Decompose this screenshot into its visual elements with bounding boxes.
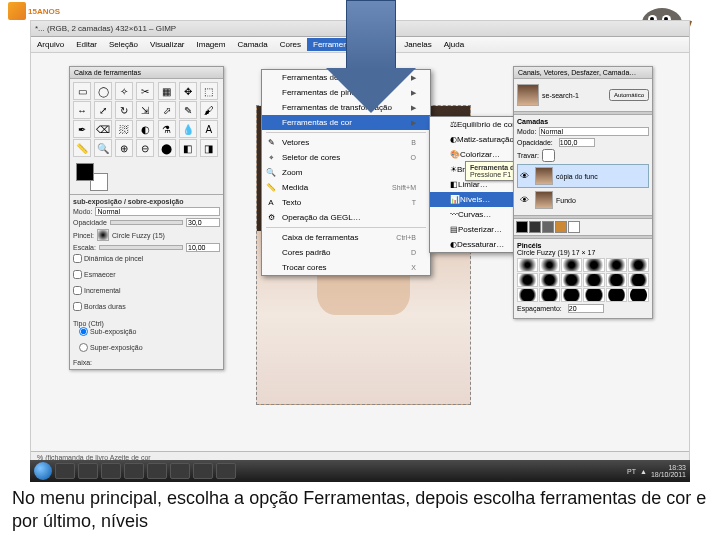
mode-select[interactable] [95,207,220,216]
tool-button[interactable]: ⇲ [136,101,154,119]
option-check[interactable]: Bordas duras [73,302,220,311]
spacing-value[interactable] [568,304,604,313]
menu-item[interactable]: Caixa de ferramentasCtrl+B [262,230,430,245]
color-swatch[interactable] [568,221,580,233]
layer-row[interactable]: 👁cópia do func [517,164,649,188]
tool-button[interactable]: ◯ [94,82,112,100]
brush-preset[interactable] [583,273,604,287]
toolbox-window[interactable]: Caixa de ferramentas ▭◯✧✂▦✥⬚↔⤢↻⇲⬀✎🖌✒⌫⛆◐⚗… [69,66,224,370]
layers-tab[interactable]: Camadas [517,118,649,125]
brush-preset[interactable] [583,258,604,272]
tool-button[interactable]: ⊕ [115,139,133,157]
menu-imagem[interactable]: Imagem [191,38,232,51]
tool-button[interactable]: ⬚ [200,82,218,100]
scale-slider[interactable] [99,245,183,250]
brush-preset[interactable] [561,273,582,287]
brush-preset[interactable] [583,288,604,302]
menu-item[interactable]: ⌖Seletor de coresO [262,150,430,165]
brush-preset[interactable] [561,258,582,272]
tray-lang[interactable]: PT [627,468,636,475]
tool-button[interactable]: ⬤ [158,139,176,157]
menu-editar[interactable]: Editar [70,38,103,51]
tool-button[interactable]: 💧 [179,120,197,138]
tool-button[interactable]: ◧ [179,139,197,157]
taskbar-item[interactable] [193,463,213,479]
color-swatch[interactable] [516,221,528,233]
taskbar-item[interactable] [124,463,144,479]
tool-button[interactable]: ⌫ [94,120,112,138]
option-check[interactable]: Incremental [73,286,220,295]
layer-mode-select[interactable] [539,127,649,136]
brush-preset[interactable] [517,258,538,272]
menu-item[interactable]: 🔍Zoom [262,165,430,180]
menu-ajuda[interactable]: Ajuda [438,38,470,51]
tool-button[interactable]: 📏 [73,139,91,157]
taskbar-item[interactable] [78,463,98,479]
tool-button[interactable]: ✂ [136,82,154,100]
layer-opacity-value[interactable] [559,138,595,147]
tool-button[interactable]: ↔ [73,101,91,119]
brushes-tab[interactable]: Pincéis [517,242,649,249]
brush-preset[interactable] [606,258,627,272]
brush-preset[interactable] [606,273,627,287]
layer-row[interactable]: 👁Fundo [517,188,649,212]
menu-item[interactable]: Trocar coresX [262,260,430,275]
brush-preset[interactable] [539,258,560,272]
tool-button[interactable]: ▭ [73,82,91,100]
tool-button[interactable]: ✧ [115,82,133,100]
taskbar-item[interactable] [216,463,236,479]
visibility-eye-icon[interactable]: 👁 [520,171,532,181]
tool-button[interactable]: ⬀ [158,101,176,119]
taskbar-item[interactable] [101,463,121,479]
fg-bg-colors[interactable] [76,163,108,191]
menu-visualizar[interactable]: Visualizar [144,38,191,51]
windows-taskbar[interactable]: PT ▲ 18:33 18/10/2011 [30,460,690,482]
tool-button[interactable]: ◐ [136,120,154,138]
tool-button[interactable]: ▦ [158,82,176,100]
menu-camada[interactable]: Camada [231,38,273,51]
tool-button[interactable]: ✒ [73,120,91,138]
lock-checkbox[interactable] [542,149,555,162]
menu-arquivo[interactable]: Arquivo [31,38,70,51]
tool-button[interactable]: ⛆ [115,120,133,138]
tool-button[interactable]: 🔍 [94,139,112,157]
brush-preset[interactable] [539,288,560,302]
taskbar-item[interactable] [170,463,190,479]
menu-seleção[interactable]: Seleção [103,38,144,51]
menu-item[interactable]: ⚙Operação da GEGL… [262,210,430,225]
tool-button[interactable]: ⊖ [136,139,154,157]
color-swatch[interactable] [529,221,541,233]
brush-preview-icon[interactable] [97,229,109,241]
option-check[interactable]: Dinâmica de pincel [73,254,220,263]
brush-preset[interactable] [628,273,649,287]
tool-button[interactable]: 🖌 [200,101,218,119]
taskbar-item[interactable] [147,463,167,479]
scale-value[interactable] [186,243,220,252]
brush-preset[interactable] [606,288,627,302]
brush-preset[interactable] [517,273,538,287]
tool-button[interactable]: ⚗ [158,120,176,138]
brush-preset[interactable] [561,288,582,302]
menu-item[interactable]: 📏MedidaShift+M [262,180,430,195]
type-radio[interactable]: Sub-exposição [79,327,220,336]
brush-preset[interactable] [628,258,649,272]
start-button[interactable] [34,462,52,480]
tool-button[interactable]: ⤢ [94,101,112,119]
opacity-slider[interactable] [110,220,183,225]
menu-cores[interactable]: Cores [274,38,307,51]
visibility-eye-icon[interactable]: 👁 [520,195,532,205]
menu-item[interactable]: Cores padrãoD [262,245,430,260]
menu-item[interactable]: ✎VetoresB [262,135,430,150]
color-swatches[interactable] [514,219,652,235]
tray-icon[interactable]: ▲ [640,468,647,475]
brush-preset[interactable] [517,288,538,302]
tool-button[interactable]: ↻ [115,101,133,119]
tool-button[interactable]: ✎ [179,101,197,119]
taskbar-item[interactable] [55,463,75,479]
color-swatch[interactable] [542,221,554,233]
layers-docker[interactable]: Canais, Vetores, Desfazer, Camada… se-se… [513,66,653,319]
tool-grid[interactable]: ▭◯✧✂▦✥⬚↔⤢↻⇲⬀✎🖌✒⌫⛆◐⚗💧A📏🔍⊕⊖⬤◧◨ [70,79,223,160]
fg-color-swatch[interactable] [76,163,94,181]
brush-preset[interactable] [539,273,560,287]
color-swatch[interactable] [555,221,567,233]
